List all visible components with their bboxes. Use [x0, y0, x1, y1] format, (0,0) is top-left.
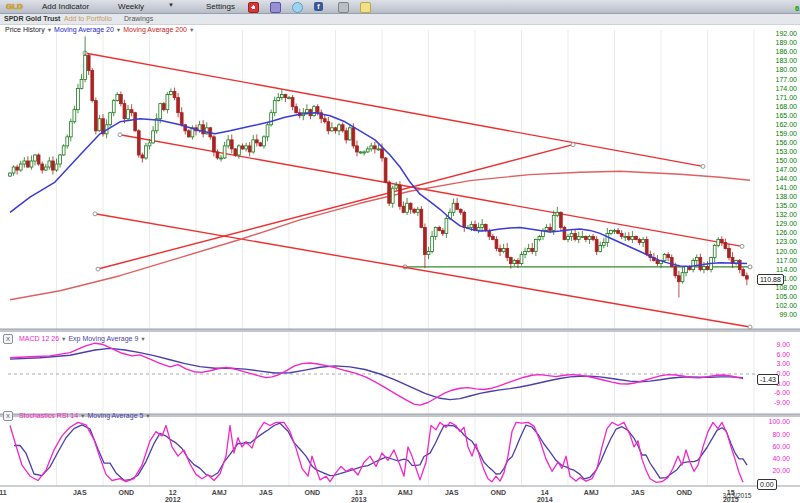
candle-body [506, 249, 509, 258]
candle-body [563, 227, 566, 239]
alarm-icon[interactable] [248, 2, 259, 13]
candle-body [441, 230, 444, 233]
candle-body [313, 107, 316, 116]
stoch-ma-dropdown[interactable]: Moving Average 5 ▼ [87, 412, 150, 419]
candle-body [481, 224, 484, 227]
candle-body [44, 167, 47, 170]
candle-body [613, 230, 616, 231]
candle-body [270, 113, 273, 125]
candle-body [377, 149, 380, 150]
candle-body [513, 261, 516, 264]
candle-body [581, 236, 584, 237]
candle-body [366, 149, 369, 152]
candle-body [137, 131, 140, 155]
candle-body [595, 239, 598, 251]
candle-body [499, 249, 502, 252]
symbol-label[interactable]: GLD [6, 2, 23, 11]
line-endpoint-handle [93, 212, 97, 216]
candle-body [119, 95, 122, 104]
last-price-box: 110.88 [757, 274, 784, 285]
candle-body [69, 122, 72, 137]
date-axis-label: JAS [618, 489, 658, 496]
candle-body [463, 212, 466, 227]
price-axis-tick: 183.00 [760, 57, 797, 64]
candle-body [288, 98, 291, 99]
price-axis-tick: 189.00 [760, 39, 797, 46]
date-axis-label: AMJ [385, 489, 425, 496]
last-macd-box: -1.43 [757, 374, 779, 385]
candle-body [284, 95, 287, 98]
camera-icon[interactable] [338, 2, 349, 13]
date-axis-label: OND [664, 489, 704, 496]
candle-body [534, 239, 537, 251]
price-axis-tick: 117.00 [760, 257, 797, 264]
candle-body [677, 276, 680, 282]
candle-body [409, 203, 412, 209]
top-toolbar: GLD Add Indicator Weekly ▼ Settings f ↑ … [0, 0, 800, 14]
candle-body [384, 158, 387, 182]
candle-body [663, 255, 666, 261]
ma200-dropdown[interactable]: Moving Average 200 ▼ [123, 26, 194, 33]
macd-axis-tick: 3.00 [760, 360, 790, 367]
stoch-ma-line [14, 423, 747, 480]
facebook-icon[interactable]: f [314, 2, 323, 11]
candle-body [130, 110, 133, 113]
price-axis-tick: 135.00 [760, 202, 797, 209]
candle-body [162, 104, 165, 110]
candle-body [80, 80, 83, 89]
price-axis-tick: 165.00 [760, 112, 797, 119]
settings-button[interactable]: Settings [206, 2, 235, 11]
candle-body [681, 273, 684, 282]
candle-body [59, 155, 62, 164]
candle-body [720, 239, 723, 242]
period-dropdown-arrow-icon[interactable]: ▼ [168, 2, 174, 8]
candle-body [220, 158, 223, 159]
stoch-axis-tick: 80.00 [760, 431, 790, 438]
price-axis-tick: 162.00 [760, 121, 797, 128]
candle-body [617, 230, 620, 233]
candle-body [674, 267, 677, 276]
add-to-portfolio-link[interactable]: Add to Portfolio [64, 15, 112, 22]
twitter-icon[interactable] [292, 2, 303, 13]
price-axis-tick: 150.00 [760, 157, 797, 164]
period-select[interactable]: Weekly [118, 2, 144, 11]
candle-body [692, 261, 695, 270]
candle-body [316, 107, 319, 113]
macd-signal-dropdown[interactable]: Exp Moving Average 9 ▼ [68, 335, 145, 342]
drawings-link[interactable]: Drawings [124, 15, 153, 22]
candle-body [345, 131, 348, 140]
candle-body [656, 261, 659, 264]
candle-body [356, 146, 359, 152]
candle-body [141, 155, 144, 158]
macd-dropdown[interactable]: MACD 12 26 ▼ [19, 335, 66, 342]
price-history-dropdown[interactable]: Price History ▼ [5, 26, 52, 33]
candle-body [424, 227, 427, 254]
price-axis-tick: 180.00 [760, 66, 797, 73]
candle-body [391, 188, 394, 203]
candle-body [745, 276, 748, 279]
candle-body [742, 270, 745, 276]
cube-icon[interactable] [270, 2, 281, 13]
candle-body [66, 137, 69, 146]
add-indicator-button[interactable]: Add Indicator [42, 2, 89, 11]
candle-body [713, 246, 716, 258]
ma20-dropdown[interactable]: Moving Average 20 ▼ [54, 26, 121, 33]
stochastics-dropdown[interactable]: Stochastics RSI 14 ▼ [19, 412, 86, 419]
date-axis-label: OND [478, 489, 518, 496]
close-stoch-panel-button[interactable]: X [3, 411, 13, 421]
candle-body [234, 149, 237, 155]
candle-body [37, 155, 40, 164]
note-icon[interactable] [360, 2, 371, 13]
macd-axis-tick: -9.00 [760, 399, 790, 406]
candle-body [456, 203, 459, 209]
ma200-line [10, 171, 750, 299]
candle-body [148, 143, 151, 146]
price-axis-tick: 168.00 [760, 103, 797, 110]
candle-body [263, 137, 266, 146]
candle-body [388, 182, 391, 203]
candle-body [177, 98, 180, 113]
date-axis-label: 122012 [153, 489, 193, 503]
candle-body [248, 146, 251, 152]
close-macd-panel-button[interactable]: X [3, 334, 13, 344]
candle-body [520, 255, 523, 264]
